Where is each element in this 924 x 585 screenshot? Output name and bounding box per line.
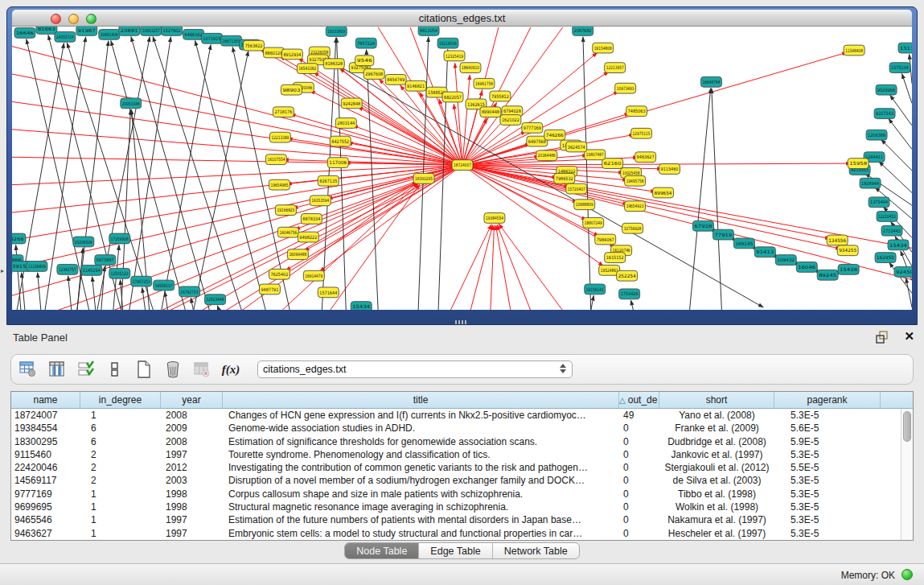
graph-node-teal[interactable]: 1575104 bbox=[889, 63, 910, 73]
graph-node-yellow[interactable]: 7563822 bbox=[243, 40, 264, 51]
table-row[interactable]: 1872400712008Changes of HCN gene express… bbox=[11, 409, 913, 422]
graph-node-yellow[interactable]: 1571644 bbox=[318, 287, 339, 298]
graph-node-yellow[interactable]: 10688809 bbox=[574, 200, 595, 210]
graph-node-yellow[interactable]: 1615152 bbox=[605, 253, 626, 263]
scrollbar-thumb[interactable] bbox=[903, 411, 911, 442]
graph-node-yellow[interactable]: 8878334 bbox=[301, 214, 322, 225]
graph-node-teal[interactable]: 16033809 bbox=[326, 27, 347, 36]
graph-node-yellow[interactable]: 19384554 bbox=[484, 213, 505, 224]
vertical-scrollbar[interactable] bbox=[901, 409, 913, 540]
graph-node-teal[interactable]: 91413 bbox=[754, 247, 775, 257]
memory-status-indicator[interactable] bbox=[901, 569, 913, 580]
table-row[interactable]: 946362711997Embryonic stem cells: a mode… bbox=[11, 527, 913, 540]
graph-node-teal[interactable]: 20881 bbox=[119, 27, 140, 35]
graph-node-yellow[interactable]: 62160 bbox=[602, 159, 623, 169]
new-file-icon[interactable] bbox=[133, 359, 154, 380]
graph-node-teal[interactable]: 109432 bbox=[775, 255, 796, 266]
graph-node-teal[interactable]: 16648784 bbox=[700, 76, 721, 87]
column-header-out_de[interactable]: △out_de… bbox=[619, 392, 659, 408]
column-header-in_degree[interactable]: in_degree bbox=[80, 392, 161, 408]
graph-node-teal[interactable]: 30691406 bbox=[99, 29, 120, 39]
tab-node-table[interactable]: Node Table bbox=[345, 543, 419, 558]
graph-node-teal[interactable]: 16782753 bbox=[179, 286, 200, 297]
tab-network-table[interactable]: Network Table bbox=[493, 543, 579, 558]
graph-node-yellow[interactable]: 15958 bbox=[848, 159, 869, 169]
function-builder-icon[interactable]: f(x) bbox=[220, 359, 241, 380]
graph-node-teal[interactable]: 92450 bbox=[894, 266, 912, 277]
graph-node-yellow[interactable]: 6822057 bbox=[442, 92, 463, 102]
column-header-year[interactable]: year bbox=[161, 392, 223, 408]
graph-node-yellow[interactable]: 10807487 bbox=[585, 150, 606, 160]
graph-node-teal[interactable]: 10653257 bbox=[141, 27, 162, 35]
graph-node-yellow[interactable]: 1621022 bbox=[500, 115, 521, 126]
graph-node-yellow[interactable]: 7984067 bbox=[595, 234, 616, 245]
node-attribute-table[interactable]: namein_degreeyeartitle△out_de…shortpager… bbox=[10, 391, 914, 541]
graph-node-yellow[interactable]: 117006 bbox=[327, 158, 348, 168]
graph-node-yellow[interactable]: 7485063 bbox=[626, 106, 647, 117]
graph-node-yellow[interactable]: 19166825 bbox=[275, 205, 296, 216]
graph-node-yellow[interactable]: 252254 bbox=[617, 270, 638, 281]
graph-node-yellow[interactable]: 16046756 bbox=[277, 227, 298, 237]
graph-node-yellow[interactable]: 7625402 bbox=[269, 269, 290, 279]
graph-node-yellow[interactable]: 9546 bbox=[355, 56, 374, 66]
graph-node-yellow[interactable]: 134556 bbox=[827, 235, 848, 245]
graph-node-yellow[interactable]: 12213957 bbox=[605, 63, 626, 73]
graph-node-teal[interactable]: 1209388 bbox=[866, 130, 887, 140]
network-canvas[interactable]: 1664681663240557249198730691406208811065… bbox=[12, 27, 912, 310]
graph-node-yellow[interactable]: 8186328 bbox=[323, 59, 344, 69]
graph-node-teal[interactable]: 67918 bbox=[692, 220, 713, 231]
table-settings-icon[interactable] bbox=[18, 359, 39, 380]
graph-node-teal[interactable]: 20053346 bbox=[121, 98, 142, 109]
graph-node-teal[interactable]: 9529966 bbox=[876, 84, 897, 95]
graph-node-yellow[interactable]: 16154808 bbox=[593, 43, 614, 53]
graph-node-yellow[interactable]: 9487791 bbox=[259, 284, 280, 295]
graph-node-yellow[interactable]: 18640910 bbox=[460, 63, 481, 73]
graph-node-teal[interactable]: 2710443 bbox=[881, 225, 902, 236]
table-row[interactable]: 977716911998Corpus callosum shape and si… bbox=[11, 488, 913, 501]
graph-node-teal[interactable]: 11156809 bbox=[27, 262, 47, 272]
graph-node-teal[interactable]: 91987 bbox=[76, 27, 97, 35]
graph-node-yellow[interactable]: 18300295 bbox=[413, 173, 434, 183]
graph-node-yellow[interactable]: 2967608 bbox=[363, 69, 384, 80]
select-all-rows-icon[interactable] bbox=[76, 359, 97, 380]
graph-node-teal[interactable]: 1828944 bbox=[860, 178, 881, 188]
graph-node-teal[interactable]: 15117 bbox=[898, 43, 912, 53]
graph-node-teal[interactable]: 8813054 bbox=[418, 27, 439, 35]
table-row[interactable]: 1938455462009Genome-wide association stu… bbox=[11, 422, 913, 435]
graph-node-yellow[interactable]: 10973493 bbox=[615, 83, 636, 93]
graph-node-teal[interactable]: 1375444 bbox=[869, 197, 889, 208]
column-header-title[interactable]: title bbox=[223, 392, 619, 408]
graph-node-yellow[interactable]: 9777169 bbox=[522, 122, 543, 133]
graph-node-yellow[interactable]: 16099488 bbox=[287, 249, 308, 260]
graph-node-yellow[interactable]: 16107554 bbox=[265, 154, 286, 165]
graph-node-teal[interactable]: 16958107 bbox=[154, 280, 175, 290]
graph-node-yellow[interactable]: 3624574 bbox=[566, 142, 587, 152]
graph-node-yellow[interactable]: 8912934 bbox=[281, 49, 302, 60]
graph-node-yellow[interactable]: 9242848 bbox=[341, 98, 362, 109]
graph-node-yellow[interactable]: 7955812 bbox=[490, 91, 511, 101]
graph-node-teal[interactable]: 1145194 bbox=[81, 265, 102, 275]
graph-node-teal[interactable]: 16646 bbox=[14, 27, 35, 38]
graph-node-yellow[interactable]: 16961758 bbox=[474, 78, 495, 89]
close-panel-icon[interactable]: ✕ bbox=[904, 329, 914, 344]
graph-node-teal[interactable]: 16671355 bbox=[221, 35, 242, 46]
graph-node-teal[interactable]: 15438 bbox=[838, 264, 859, 274]
graph-node-yellow[interactable]: 16543382 bbox=[297, 64, 318, 74]
graph-node-teal[interactable]: 24055724 bbox=[55, 31, 76, 42]
graph-node-yellow[interactable]: 11548408 bbox=[844, 45, 864, 56]
table-row[interactable]: 1456911722003Disruption of a novel membe… bbox=[11, 474, 913, 487]
graph-node-yellow[interactable]: 15720407 bbox=[566, 183, 587, 194]
graph-node-yellow[interactable]: 16914479 bbox=[303, 270, 324, 281]
float-panel-icon[interactable] bbox=[876, 331, 889, 344]
graph-node-teal[interactable]: 20206506 bbox=[73, 237, 94, 247]
graph-node-teal[interactable]: 189145 bbox=[733, 238, 754, 249]
collapsed-panel-arrow-icon[interactable]: ▸ bbox=[1, 267, 4, 274]
splitter-grip[interactable] bbox=[455, 320, 468, 324]
column-header-short[interactable]: short bbox=[659, 392, 774, 408]
graph-node-teal[interactable]: 2087682 bbox=[573, 27, 593, 35]
graph-node-teal[interactable]: 162955 bbox=[875, 253, 896, 263]
graph-node-teal[interactable]: 81663 bbox=[36, 27, 57, 34]
graph-node-yellow[interactable]: 9146821 bbox=[405, 80, 426, 91]
graph-node-teal[interactable]: 12923448 bbox=[205, 295, 226, 305]
column-header-name[interactable]: name bbox=[11, 392, 80, 408]
